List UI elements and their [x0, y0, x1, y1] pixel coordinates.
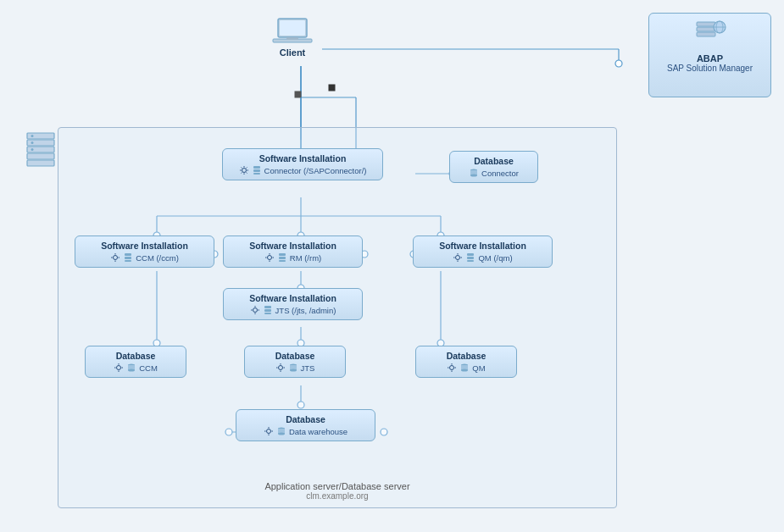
svg-rect-38: [280, 20, 305, 36]
svg-point-52: [31, 135, 34, 137]
database-ccm-node: Database CCM: [85, 346, 186, 378]
diagram-container: Client ABAP SAP Solution Manager Applica…: [0, 0, 784, 532]
abap-icon: [693, 20, 727, 50]
svg-point-55: [242, 169, 246, 173]
svg-point-86: [450, 366, 454, 370]
svg-point-89: [461, 369, 468, 372]
client-node: Client: [271, 15, 314, 58]
svg-rect-50: [27, 153, 54, 159]
svg-point-62: [114, 256, 118, 260]
gear-icon-jts: [250, 305, 260, 315]
db-small-icon: [252, 165, 262, 175]
software-installation-main: Software Installation Connector (/SAPCon…: [222, 148, 383, 180]
svg-rect-1: [329, 85, 335, 91]
svg-point-54: [31, 148, 34, 151]
database-jts-node: Database JTS: [244, 346, 346, 378]
svg-rect-56: [253, 166, 260, 169]
svg-rect-71: [467, 253, 474, 256]
cylinder-icon-warehouse: [276, 426, 286, 436]
svg-rect-73: [467, 260, 474, 262]
db-icon-jts: [263, 305, 273, 315]
svg-rect-64: [125, 257, 131, 259]
svg-point-61: [470, 175, 477, 177]
svg-rect-40: [286, 37, 298, 40]
gear-icon-db-qm: [447, 363, 457, 373]
gear-icon-rm: [264, 252, 275, 263]
svg-point-81: [128, 369, 135, 372]
software-qm-node: Software Installation QM (/qm): [413, 236, 553, 268]
svg-rect-67: [279, 253, 286, 256]
svg-rect-7: [295, 91, 301, 97]
gear-icon-db-jts: [275, 363, 286, 373]
db-icon-qm: [465, 252, 475, 263]
db-icon-rm: [277, 252, 287, 263]
svg-rect-51: [27, 160, 54, 166]
svg-point-74: [253, 308, 257, 313]
software-rm-node: Software Installation RM (/rm): [223, 236, 363, 268]
gear-db-icon: [239, 165, 249, 175]
database-qm-node: Database QM: [415, 346, 517, 378]
laptop-icon: [271, 15, 314, 49]
gear-icon-qm: [453, 252, 463, 263]
svg-rect-68: [279, 257, 286, 259]
database-warehouse-node: Database Data warehouse: [236, 409, 375, 441]
gear-icon-db-ccm: [114, 363, 124, 373]
software-jts-node: Software Installation JTS (/jts, /admin): [223, 288, 363, 320]
gear-icon-warehouse: [264, 426, 274, 436]
svg-rect-57: [253, 169, 260, 172]
db-icon-ccm: [123, 252, 133, 263]
cylinder-icon-jts: [288, 363, 298, 373]
svg-point-93: [278, 433, 285, 435]
svg-point-90: [266, 429, 270, 434]
svg-rect-72: [467, 257, 474, 259]
cylinder-icon-ccm: [126, 363, 136, 373]
svg-rect-75: [264, 306, 271, 308]
svg-rect-77: [264, 313, 271, 314]
svg-rect-42: [697, 27, 715, 31]
svg-rect-76: [264, 309, 271, 312]
svg-rect-65: [125, 260, 131, 262]
database-connector-node: Database Connector: [449, 151, 538, 183]
svg-point-78: [117, 366, 121, 370]
svg-rect-58: [253, 173, 260, 175]
server-label: Application server/Database server clm.e…: [58, 481, 616, 501]
cylinder-icon-1: [469, 168, 479, 178]
svg-point-36: [615, 60, 622, 67]
abap-node: ABAP SAP Solution Manager: [648, 13, 771, 97]
svg-rect-41: [697, 22, 715, 26]
svg-rect-43: [697, 32, 715, 36]
svg-point-85: [290, 369, 297, 372]
gear-icon-ccm: [110, 252, 120, 263]
svg-point-53: [31, 141, 34, 144]
svg-point-70: [456, 256, 460, 260]
cylinder-icon-qm: [459, 363, 470, 373]
svg-rect-69: [279, 260, 286, 262]
svg-rect-63: [125, 253, 131, 256]
software-ccm-node: Software Installation CCM (/ccm): [75, 236, 214, 268]
svg-point-66: [267, 256, 271, 260]
server-icon-left: [24, 131, 58, 169]
svg-point-82: [278, 366, 282, 370]
